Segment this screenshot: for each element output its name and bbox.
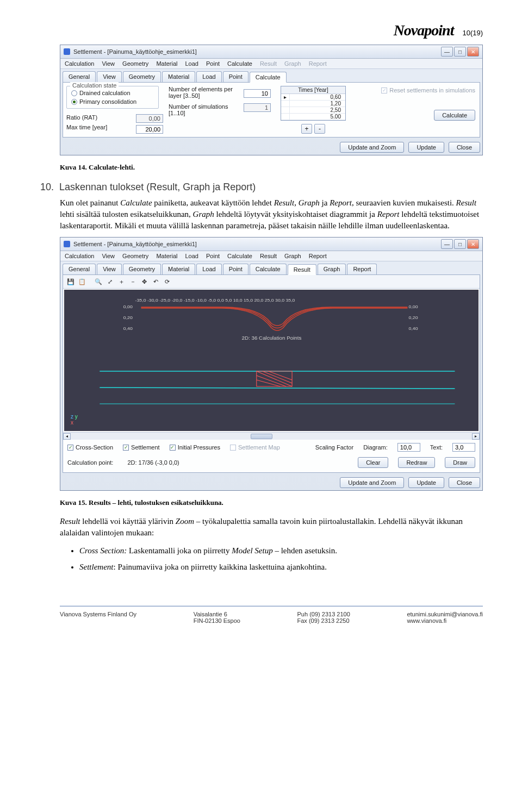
- checkbox-settlement[interactable]: ✓Settlement: [123, 444, 160, 451]
- result-plot[interactable]: -35,0 -30,0 -25,0 -20,0 -15,0 -10,0 -5,0…: [64, 290, 478, 431]
- checkbox-reset: ✓Reset settlements in simulations: [381, 87, 475, 93]
- close-button[interactable]: ✕: [467, 47, 479, 57]
- tab-load[interactable]: Load: [196, 71, 221, 82]
- minimize-button[interactable]: —: [441, 47, 453, 57]
- scroll-left-icon[interactable]: ◂: [63, 433, 71, 440]
- menu-item[interactable]: Calculate: [227, 253, 252, 259]
- hscrollbar[interactable]: ◂ ▸: [63, 432, 480, 440]
- pan-icon[interactable]: ✥: [139, 277, 149, 286]
- tab-point[interactable]: Point: [223, 264, 248, 274]
- tab-material[interactable]: Material: [162, 71, 195, 82]
- redraw-button[interactable]: Redraw: [398, 457, 435, 468]
- copy-icon[interactable]: 📋: [77, 277, 87, 286]
- table-cell[interactable]: 5.00: [290, 114, 345, 120]
- menu-item[interactable]: Graph: [284, 253, 301, 259]
- redraw-icon[interactable]: ⟳: [162, 277, 172, 286]
- draw-button[interactable]: Draw: [445, 457, 475, 468]
- radio-primary[interactable]: Primary consolidation: [71, 98, 154, 105]
- menu-item[interactable]: Load: [185, 253, 198, 259]
- zoom-out-icon[interactable]: －: [128, 277, 138, 286]
- checkbox-label: Settlement Map: [238, 444, 280, 451]
- maximize-button[interactable]: □: [454, 239, 466, 249]
- svg-text:0,20: 0,20: [409, 315, 418, 320]
- footer-fax: Fax (09) 2313 2250: [297, 617, 350, 624]
- tab-material[interactable]: Material: [162, 264, 195, 274]
- clear-button[interactable]: Clear: [358, 457, 388, 468]
- maximize-button[interactable]: □: [454, 47, 466, 57]
- tab-general[interactable]: General: [63, 71, 96, 82]
- menu-item[interactable]: Calculation: [65, 253, 94, 259]
- menu-item[interactable]: Geometry: [122, 253, 148, 259]
- tab-view[interactable]: View: [97, 264, 122, 274]
- menu-item[interactable]: View: [102, 253, 115, 259]
- close-button[interactable]: ✕: [467, 239, 479, 249]
- scroll-right-icon[interactable]: ▸: [472, 433, 480, 440]
- add-row-button[interactable]: +: [301, 124, 312, 134]
- save-icon[interactable]: 💾: [66, 277, 76, 286]
- menu-item[interactable]: Geometry: [122, 60, 148, 67]
- footer-city: FIN-02130 Espoo: [194, 617, 240, 624]
- remove-row-button[interactable]: -: [314, 124, 325, 134]
- tab-load[interactable]: Load: [196, 264, 221, 274]
- update-button[interactable]: Update: [408, 142, 444, 153]
- checkbox-cross[interactable]: ✓Cross-Section: [67, 444, 113, 451]
- menu-item[interactable]: Report: [309, 253, 327, 259]
- tab-geometry[interactable]: Geometry: [123, 264, 161, 274]
- menu-item[interactable]: Calculation: [65, 60, 94, 67]
- menu-item[interactable]: Result: [260, 253, 277, 259]
- input-nelem[interactable]: [244, 89, 271, 98]
- radio-drained[interactable]: Drained calculation: [71, 90, 154, 96]
- zoom-extents-icon[interactable]: ⤢: [105, 277, 115, 286]
- scroll-thumb[interactable]: [251, 434, 272, 439]
- zoom-prev-icon[interactable]: ↶: [151, 277, 160, 286]
- minimize-button[interactable]: —: [441, 239, 453, 249]
- tab-calculate[interactable]: Calculate: [250, 264, 287, 274]
- times-table[interactable]: Times [Year] ▸0,60 1,20 2,50 5.00: [281, 86, 346, 121]
- tab-view[interactable]: View: [97, 71, 122, 82]
- input-maxtime[interactable]: [136, 125, 163, 134]
- update-button[interactable]: Update: [408, 477, 444, 488]
- body-paragraph: Kun olet painanut Calculate painiketta, …: [60, 197, 483, 232]
- svg-text:0,00: 0,00: [123, 304, 133, 309]
- tab-calculate[interactable]: Calculate: [250, 72, 287, 83]
- zoom-window-icon[interactable]: 🔍: [94, 277, 103, 286]
- menu-item: Report: [309, 60, 327, 67]
- close-panel-button[interactable]: Close: [449, 477, 480, 488]
- tab-graph[interactable]: Graph: [318, 264, 346, 274]
- times-header: Times [Year]: [281, 86, 345, 94]
- label-ratio: Ratio (RAT): [66, 114, 126, 121]
- figure-caption-14: Kuva 14. Calculate-lehti.: [60, 163, 483, 172]
- menubar: Calculation View Geometry Material Load …: [60, 59, 482, 69]
- update-zoom-button[interactable]: Update and Zoom: [340, 142, 404, 153]
- checkbox-label: Settlement: [131, 444, 160, 451]
- calculate-button[interactable]: Calculate: [434, 110, 475, 121]
- svg-text:0,20: 0,20: [123, 315, 133, 320]
- close-panel-button[interactable]: Close: [449, 142, 480, 153]
- table-cell[interactable]: 0,60: [290, 94, 345, 100]
- update-zoom-button[interactable]: Update and Zoom: [340, 477, 404, 488]
- menu-item[interactable]: Point: [206, 60, 220, 67]
- menu-item[interactable]: Material: [156, 60, 177, 67]
- table-cell[interactable]: 1,20: [290, 101, 345, 107]
- menu-item[interactable]: Calculate: [227, 60, 252, 67]
- input-text[interactable]: [452, 443, 475, 452]
- tab-point[interactable]: Point: [223, 71, 248, 82]
- app-icon: [64, 241, 70, 247]
- footer-web: www.vianova.fi: [407, 617, 483, 624]
- menu-item: Graph: [284, 60, 301, 67]
- menu-item[interactable]: Material: [156, 253, 177, 259]
- zoom-in-icon[interactable]: ＋: [116, 277, 126, 286]
- checkbox-init[interactable]: ✓Initial Pressures: [170, 444, 220, 451]
- tab-geometry[interactable]: Geometry: [123, 71, 161, 82]
- window-title: Settlement - [Painuma_käyttöohje_esimerk…: [73, 48, 441, 55]
- tab-general[interactable]: General: [63, 264, 96, 274]
- input-diagram[interactable]: [397, 443, 420, 452]
- tab-report[interactable]: Report: [347, 264, 377, 274]
- menu-item[interactable]: View: [102, 60, 115, 67]
- section-title: Laskennan tulokset (Result, Graph ja Rep…: [59, 182, 256, 193]
- tab-result[interactable]: Result: [288, 264, 316, 275]
- menu-item[interactable]: Load: [185, 60, 198, 67]
- table-cell[interactable]: 2,50: [290, 107, 345, 113]
- svg-rect-0: [64, 290, 478, 431]
- menu-item[interactable]: Point: [206, 253, 220, 259]
